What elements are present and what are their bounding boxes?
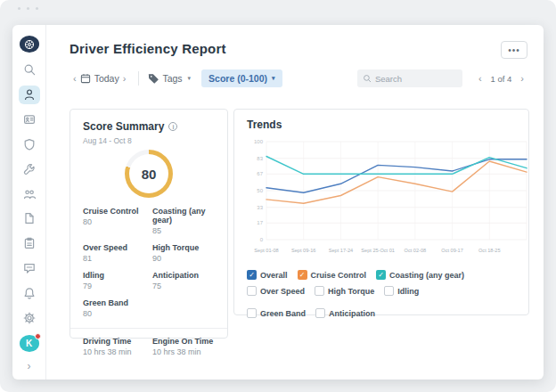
search-icon xyxy=(23,63,36,76)
pagination: ‹ 1 of 4 › xyxy=(475,73,527,84)
y-tick-label: 83 xyxy=(257,156,263,161)
legend-item-idling[interactable]: Idling xyxy=(384,286,419,296)
y-tick-label: 17 xyxy=(257,220,263,225)
user-avatar[interactable]: K xyxy=(20,335,39,352)
y-tick-label: 0 xyxy=(260,237,264,242)
checkbox-unchecked-icon[interactable] xyxy=(315,308,325,318)
checkbox-checked-icon[interactable]: ✓ xyxy=(376,270,386,280)
sidebar-documents-button[interactable] xyxy=(19,209,40,228)
trends-card: Trends 01733506783100Sept 01-08Sept 09-1… xyxy=(233,109,529,315)
window-dots xyxy=(18,7,38,10)
info-icon[interactable]: i xyxy=(168,122,177,131)
x-tick-label: Sept 17-24 xyxy=(329,248,353,253)
page-title: Driver Efficiency Report xyxy=(70,41,226,56)
page-next-button[interactable]: › xyxy=(517,73,527,84)
legend-item-high-torque[interactable]: High Torque xyxy=(315,286,374,296)
app-window: K › Driver Efficiency Report ••• ‹ Today… xyxy=(12,25,544,380)
metric: Coasting (any gear)85 xyxy=(152,207,215,235)
x-tick-label: Oct 18-25 xyxy=(478,248,501,253)
legend-item-overall[interactable]: ✓Overall xyxy=(247,270,288,280)
pagination-label: 1 of 4 xyxy=(491,74,512,84)
caret-down-icon: ▾ xyxy=(188,75,192,82)
legend-item-green-band[interactable]: Green Band xyxy=(247,308,306,318)
sidebar: K › xyxy=(12,25,46,380)
calendar-icon xyxy=(80,73,91,84)
sidebar-expand-button[interactable]: › xyxy=(28,360,31,372)
tag-icon xyxy=(148,73,159,84)
sidebar-id-card-button[interactable] xyxy=(19,110,40,129)
checkbox-checked-icon[interactable]: ✓ xyxy=(298,270,307,280)
y-tick-label: 100 xyxy=(254,139,264,144)
metric: High Torque90 xyxy=(152,243,215,263)
sidebar-reports-button[interactable] xyxy=(19,234,40,253)
metric: Driving Time10 hrs 38 min xyxy=(83,337,145,356)
legend-label: Over Speed xyxy=(260,287,305,296)
legend-label: Anticipation xyxy=(329,309,375,318)
sidebar-safety-button[interactable] xyxy=(19,135,40,154)
trends-title: Trends xyxy=(247,118,516,131)
main-area: Driver Efficiency Report ••• ‹ Today › T… xyxy=(46,25,544,380)
bell-icon xyxy=(23,287,36,299)
date-picker[interactable]: Today xyxy=(80,73,119,84)
search-input[interactable] xyxy=(375,74,457,84)
driver-icon xyxy=(23,88,36,101)
desktop-background: K › Driver Efficiency Report ••• ‹ Today… xyxy=(0,0,556,392)
more-options-button[interactable]: ••• xyxy=(501,41,527,59)
avatar-initial: K xyxy=(26,339,32,348)
score-filter-chip[interactable]: Score (0-100) ▾ xyxy=(201,69,282,87)
series-line-cruise-control xyxy=(266,161,527,203)
legend-item-anticipation[interactable]: Anticipation xyxy=(315,308,375,318)
time-summary: Driving Time10 hrs 38 min Engine On Time… xyxy=(70,328,227,356)
legend-item-coasting-any-gear-[interactable]: ✓Coasting (any gear) xyxy=(376,270,464,280)
x-tick-label: Oct 09-17 xyxy=(441,248,463,253)
metric: Anticipation75 xyxy=(152,271,215,290)
score-gauge-ring: 80 xyxy=(125,150,173,198)
legend-item-over-speed[interactable]: Over Speed xyxy=(247,286,305,296)
id-card-icon xyxy=(23,113,36,126)
checkbox-unchecked-icon[interactable] xyxy=(315,286,324,296)
chat-icon xyxy=(23,262,36,274)
score-summary-card: Score Summary i Aug 14 - Oct 8 80 Cruise… xyxy=(70,109,228,339)
sidebar-drivers-button[interactable] xyxy=(19,86,40,104)
score-date-range: Aug 14 - Oct 8 xyxy=(83,136,136,146)
x-tick-label: Sept 01-08 xyxy=(254,248,278,253)
page-prev-button[interactable]: ‹ xyxy=(475,73,486,84)
checkbox-unchecked-icon[interactable] xyxy=(247,308,257,318)
shield-icon xyxy=(23,138,36,151)
date-next-button[interactable]: › xyxy=(119,73,130,84)
legend-label: High Torque xyxy=(328,287,374,296)
sidebar-team-button[interactable] xyxy=(19,184,40,203)
toolbar: ‹ Today › Tags ▾ Score (0-100) ▾ xyxy=(70,68,527,89)
sidebar-messages-button[interactable] xyxy=(19,259,40,278)
legend-item-cruise-control[interactable]: ✓Cruise Control xyxy=(298,270,367,280)
date-prev-button[interactable]: ‹ xyxy=(70,73,80,84)
metric: Idling79 xyxy=(83,271,145,290)
tags-label: Tags xyxy=(162,73,182,84)
sidebar-maintenance-button[interactable] xyxy=(19,159,40,178)
legend-label: Coasting (any gear) xyxy=(389,271,464,280)
checkbox-checked-icon[interactable]: ✓ xyxy=(247,270,257,280)
legend-label: Green Band xyxy=(260,309,306,318)
trends-line-chart: 01733506783100Sept 01-08Sept 09-16Sept 1… xyxy=(247,135,532,268)
metric: Engine On Time10 hrs 38 min xyxy=(152,337,215,356)
legend-label: Overall xyxy=(260,271,288,280)
score-gauge-value: 80 xyxy=(129,154,168,193)
sidebar-search-button[interactable] xyxy=(19,61,40,79)
x-tick-label: Sept 25-Oct 01 xyxy=(361,248,395,253)
tags-dropdown[interactable]: Tags ▾ xyxy=(148,73,191,84)
score-metrics-grid: Cruise Control80 Coasting (any gear)85 O… xyxy=(83,207,215,318)
app-logo-icon[interactable] xyxy=(20,36,39,53)
date-picker-label: Today xyxy=(94,73,119,84)
legend-label: Cruise Control xyxy=(311,271,367,280)
sidebar-alerts-button[interactable] xyxy=(19,283,40,302)
checkbox-unchecked-icon[interactable] xyxy=(384,286,394,296)
checkbox-unchecked-icon[interactable] xyxy=(247,286,257,296)
team-icon xyxy=(23,188,36,200)
toolbar-divider xyxy=(138,71,139,86)
search-box xyxy=(357,69,462,87)
wrench-icon xyxy=(23,163,36,176)
x-tick-label: Oct 02-08 xyxy=(405,248,427,253)
metric: Green Band80 xyxy=(83,298,145,318)
sidebar-settings-button[interactable] xyxy=(19,308,40,327)
metric: Over Speed81 xyxy=(83,243,145,263)
